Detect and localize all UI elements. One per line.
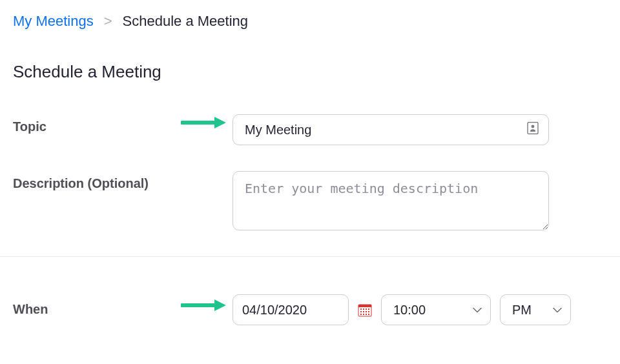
- when-row: When 10:00: [13, 263, 607, 338]
- svg-rect-14: [366, 311, 367, 312]
- svg-rect-10: [366, 308, 367, 310]
- svg-rect-9: [363, 308, 364, 310]
- topic-input[interactable]: [232, 114, 549, 145]
- description-row: Description (Optional): [13, 158, 607, 243]
- svg-rect-18: [366, 314, 367, 315]
- svg-rect-12: [360, 311, 362, 312]
- svg-rect-17: [363, 314, 364, 315]
- time-select-value: 10:00: [381, 294, 491, 325]
- when-label: When: [13, 294, 232, 317]
- svg-rect-7: [358, 305, 371, 307]
- svg-rect-15: [368, 311, 369, 312]
- topic-row: Topic: [13, 101, 607, 158]
- svg-rect-11: [368, 308, 369, 310]
- breadcrumb-my-meetings[interactable]: My Meetings: [13, 13, 94, 30]
- breadcrumb: My Meetings > Schedule a Meeting: [0, 0, 620, 30]
- svg-rect-16: [360, 314, 362, 315]
- chevron-right-icon: >: [104, 13, 112, 30]
- svg-rect-13: [363, 311, 364, 312]
- time-select[interactable]: 10:00: [381, 294, 491, 325]
- svg-rect-19: [368, 314, 369, 315]
- ampm-select[interactable]: PM: [500, 294, 571, 325]
- date-input[interactable]: [232, 294, 349, 325]
- description-input[interactable]: [232, 171, 549, 230]
- page-title: Schedule a Meeting: [0, 30, 620, 95]
- ampm-select-value: PM: [500, 294, 571, 325]
- description-label: Description (Optional): [13, 171, 232, 191]
- calendar-icon[interactable]: [358, 303, 372, 317]
- svg-rect-8: [360, 308, 362, 310]
- breadcrumb-current: Schedule a Meeting: [123, 13, 248, 30]
- topic-label: Topic: [13, 114, 232, 134]
